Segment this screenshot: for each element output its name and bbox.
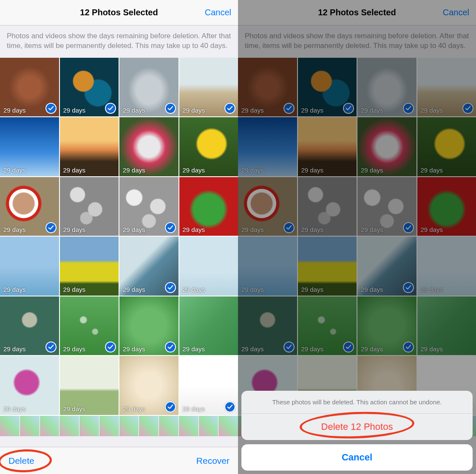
days-remaining-label: 29 days	[63, 166, 86, 174]
photo-thumbnail[interactable]: 29 days	[0, 356, 59, 415]
days-remaining-label: 29 days	[63, 286, 86, 293]
photo-thumbnail[interactable]: 29 days	[60, 356, 119, 415]
scrubber-strip[interactable]	[0, 415, 238, 436]
photo-thumbnail[interactable]: 29 days	[238, 177, 297, 236]
photo-thumbnail[interactable]: 29 days	[0, 237, 59, 296]
checkmark-icon	[165, 401, 176, 412]
checkmark-icon	[165, 103, 176, 114]
photo-thumbnail[interactable]: 29 days	[417, 237, 476, 296]
thumbnail-image	[417, 237, 476, 296]
photo-thumbnail[interactable]: 29 days	[357, 58, 416, 117]
photo-thumbnail[interactable]: 29 days	[179, 296, 238, 356]
checkmark-icon	[283, 103, 295, 114]
photo-thumbnail[interactable]: 29 days	[0, 296, 59, 356]
photo-thumbnail[interactable]: 29 days	[357, 296, 416, 356]
cancel-button[interactable]: Cancel	[205, 8, 231, 17]
photo-thumbnail[interactable]: 29 days	[179, 356, 238, 415]
photo-thumbnail[interactable]: 29 days	[0, 117, 59, 176]
days-remaining-label: 29 days	[421, 107, 443, 114]
days-remaining-label: 29 days	[183, 405, 205, 412]
checkmark-icon	[462, 103, 473, 114]
thumbnail-image	[417, 296, 476, 356]
checkmark-icon	[165, 282, 176, 293]
days-remaining-label: 29 days	[301, 226, 324, 233]
photo-thumbnail[interactable]: 29 days	[60, 237, 119, 296]
cancel-button[interactable]: Cancel	[443, 8, 469, 17]
thumbnail-image	[357, 296, 416, 356]
checkmark-icon	[45, 103, 57, 114]
photo-thumbnail[interactable]: 29 days	[238, 58, 297, 117]
photo-thumbnail[interactable]: 29 days	[238, 117, 297, 176]
photo-thumbnail[interactable]: 29 days	[119, 58, 178, 117]
days-remaining-label: 29 days	[123, 166, 145, 174]
delete-button[interactable]: Delete	[8, 456, 34, 466]
photo-thumbnail[interactable]: 29 days	[60, 177, 119, 236]
days-remaining-label: 29 days	[301, 107, 324, 114]
checkmark-icon	[224, 401, 235, 412]
checkmark-icon	[165, 222, 176, 233]
navbar: 12 Photos Selected Cancel	[238, 0, 476, 25]
photo-thumbnail[interactable]: 29 days	[298, 117, 357, 176]
navbar: 12 Photos Selected Cancel	[0, 0, 238, 25]
photo-thumbnail[interactable]: 29 days	[417, 296, 476, 356]
thumbnail-image	[357, 117, 416, 176]
photo-thumbnail[interactable]: 29 days	[417, 177, 476, 236]
thumbnail-image	[357, 58, 416, 117]
photo-grid: 29 days29 days29 days29 days29 days29 da…	[0, 58, 238, 415]
checkmark-icon	[45, 222, 57, 233]
thumbnail-image	[238, 117, 297, 176]
action-sheet-cancel-button[interactable]: Cancel	[241, 444, 473, 471]
action-sheet-message: These photos will be deleted. This actio…	[241, 391, 473, 414]
thumbnail-image	[298, 58, 357, 117]
photo-thumbnail[interactable]: 29 days	[179, 237, 238, 296]
left-pane: 12 Photos Selected Cancel Photos and vid…	[0, 0, 238, 474]
checkmark-icon	[403, 103, 414, 114]
recover-button[interactable]: Recover	[196, 456, 230, 466]
photo-thumbnail[interactable]: 29 days	[357, 177, 416, 236]
photo-thumbnail[interactable]: 29 days	[298, 296, 357, 356]
photo-thumbnail[interactable]: 29 days	[119, 117, 178, 176]
days-remaining-label: 29 days	[3, 166, 26, 174]
photo-thumbnail[interactable]: 29 days	[60, 296, 119, 356]
delete-photos-label: Delete 12 Photos	[321, 421, 393, 432]
photo-thumbnail[interactable]: 29 days	[119, 296, 178, 356]
thumbnail-image	[298, 177, 357, 236]
photo-thumbnail[interactable]: 29 days	[357, 237, 416, 296]
photo-thumbnail[interactable]: 29 days	[179, 177, 238, 236]
days-remaining-label: 29 days	[421, 166, 443, 174]
action-sheet-group: These photos will be deleted. This actio…	[241, 391, 473, 440]
photo-thumbnail[interactable]: 29 days	[417, 117, 476, 176]
checkmark-icon	[283, 222, 295, 233]
photo-thumbnail[interactable]: 29 days	[298, 58, 357, 117]
days-remaining-label: 29 days	[241, 107, 264, 114]
photo-thumbnail[interactable]: 29 days	[60, 58, 119, 117]
photo-thumbnail[interactable]: 29 days	[298, 237, 357, 296]
thumbnail-image	[238, 296, 297, 356]
thumbnail-image	[417, 177, 476, 236]
days-remaining-label: 29 days	[301, 345, 324, 353]
delete-photos-button[interactable]: Delete 12 Photos	[241, 414, 473, 440]
photo-thumbnail[interactable]: 29 days	[119, 356, 178, 415]
days-remaining-label: 29 days	[3, 345, 26, 353]
photo-thumbnail[interactable]: 29 days	[0, 58, 59, 117]
days-remaining-label: 29 days	[421, 345, 443, 353]
photo-thumbnail[interactable]: 29 days	[0, 177, 59, 236]
photo-thumbnail[interactable]: 29 days	[357, 117, 416, 176]
photo-thumbnail[interactable]: 29 days	[298, 177, 357, 236]
photo-thumbnail[interactable]: 29 days	[119, 177, 178, 236]
photo-thumbnail[interactable]: 29 days	[179, 117, 238, 176]
days-remaining-label: 29 days	[361, 286, 383, 293]
photo-thumbnail[interactable]: 29 days	[417, 58, 476, 117]
photo-thumbnail[interactable]: 29 days	[119, 237, 178, 296]
days-remaining-label: 29 days	[361, 226, 383, 233]
days-remaining-label: 29 days	[361, 345, 383, 353]
days-remaining-label: 29 days	[3, 405, 26, 412]
days-remaining-label: 29 days	[123, 286, 145, 293]
photo-thumbnail[interactable]: 29 days	[238, 296, 297, 356]
checkmark-icon	[45, 341, 57, 353]
thumbnail-image	[417, 58, 476, 117]
photo-thumbnail[interactable]: 29 days	[238, 237, 297, 296]
photo-thumbnail[interactable]: 29 days	[179, 58, 238, 117]
thumbnail-image	[238, 58, 297, 117]
photo-thumbnail[interactable]: 29 days	[60, 117, 119, 176]
